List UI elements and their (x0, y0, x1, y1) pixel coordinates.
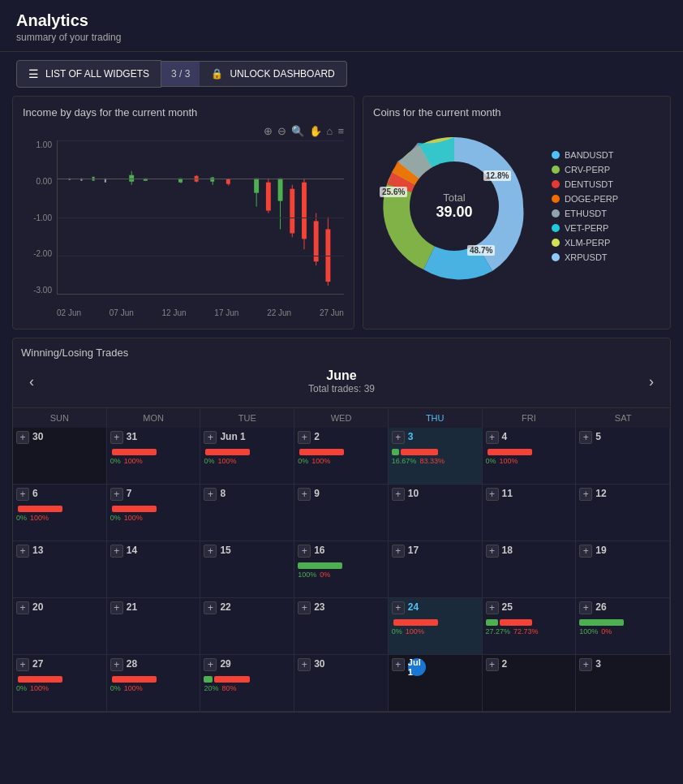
legend-dot-eth (552, 209, 560, 218)
winning-losing-title: Winning/Losing Trades (21, 347, 128, 359)
legend-xlm: XLM-PERP (552, 238, 618, 248)
add-button-2[interactable]: + (298, 431, 311, 444)
add-button-16[interactable]: + (298, 545, 311, 558)
y-axis: 1.00 0.00 -1.00 -2.00 -3.00 (23, 140, 55, 295)
add-button-31[interactable]: + (110, 431, 123, 444)
legend-dot-bandusdt (552, 151, 560, 159)
cal-cell-30: +30 (294, 655, 389, 712)
legend-label-xrp: XRPUSDT (565, 252, 608, 262)
page-title: Analytics (16, 11, 667, 30)
cal-cell-17: +17 (389, 541, 483, 598)
cal-cell-14: +14 (107, 541, 201, 598)
zoom-search-icon[interactable]: 🔍 (291, 125, 304, 137)
add-button-20[interactable]: + (16, 601, 29, 614)
add-button-8[interactable]: + (204, 488, 217, 501)
cal-cell-jul3: +3 (576, 655, 670, 712)
cal-cell-jul2: +2 (483, 655, 577, 712)
add-button-6[interactable]: + (16, 488, 29, 501)
legend-label-vet: VET-PERP (565, 223, 608, 233)
cal-cell-22: +22 (200, 598, 294, 655)
x-label-4: 17 Jun (214, 308, 238, 317)
add-button-11[interactable]: + (486, 488, 499, 501)
add-button-23[interactable]: + (298, 601, 311, 614)
cal-cell-23: +23 (294, 598, 389, 655)
calendar-section-title: Winning/Losing Trades (21, 347, 662, 364)
day-header-sat: SAT (576, 408, 670, 428)
add-button-jul3[interactable]: + (579, 658, 592, 671)
add-button-12[interactable]: + (579, 488, 592, 501)
legend-doge: DOGE-PERP (552, 194, 618, 204)
grid-line-1 (58, 140, 344, 141)
x-label-2: 07 Jun (110, 308, 134, 317)
lock-icon: 🔒 (211, 68, 223, 80)
y-label-3: -1.00 (23, 213, 55, 222)
cal-cell-6: +6 0%100% (13, 485, 107, 541)
chart-toolbar: ⊕ ⊖ 🔍 ✋ ⌂ ≡ (23, 125, 344, 137)
cal-cell-29: +29 20%80% (200, 655, 294, 712)
add-button-27[interactable]: + (16, 658, 29, 671)
add-button-10[interactable]: + (392, 488, 405, 501)
svg-rect-16 (302, 183, 307, 239)
add-button-17[interactable]: + (392, 545, 405, 558)
add-button-jul2[interactable]: + (486, 658, 499, 671)
add-button-29[interactable]: + (204, 658, 217, 671)
cal-cell-28: +28 0%100% (107, 655, 201, 712)
prev-month-button[interactable]: ‹ (21, 373, 42, 390)
cal-cell-12: +12 (576, 485, 670, 541)
calendar-month-name: June (308, 368, 375, 383)
add-button-21[interactable]: + (110, 601, 123, 614)
unlock-dashboard-button[interactable]: 🔒 UNLOCK DASHBOARD (200, 61, 346, 87)
add-button-28[interactable]: + (110, 658, 123, 671)
add-button-3[interactable]: + (392, 431, 405, 444)
add-button-25[interactable]: + (486, 601, 499, 614)
day-header-fri: FRI (483, 408, 577, 428)
add-button-14[interactable]: + (110, 545, 123, 558)
income-panel: Income by days for the current month ⊕ ⊖… (12, 96, 354, 330)
cal-cell-18: +18 (483, 541, 577, 598)
cal-cell-25: +25 27.27%72.73% (483, 598, 577, 655)
add-button-26[interactable]: + (579, 601, 592, 614)
next-month-button[interactable]: › (641, 373, 662, 390)
add-button-19[interactable]: + (579, 545, 592, 558)
day-header-mon: MON (107, 408, 201, 428)
add-button-30[interactable]: + (298, 658, 311, 671)
add-button-4[interactable]: + (486, 431, 499, 444)
zoom-in-icon[interactable]: ⊕ (264, 125, 273, 137)
menu-icon[interactable]: ≡ (337, 125, 344, 137)
home-icon[interactable]: ⌂ (327, 125, 333, 137)
svg-rect-10 (266, 183, 271, 211)
add-button-18[interactable]: + (486, 545, 499, 558)
legend-label-xlm: XLM-PERP (565, 238, 610, 248)
y-label-4: -2.00 (23, 249, 55, 258)
add-button-jul1[interactable]: + (392, 658, 405, 671)
day-headers: SUN MON TUE WED THU FRI SAT (12, 408, 671, 428)
coins-panel: Coins for the current month (363, 96, 671, 330)
add-button-9[interactable]: + (298, 488, 311, 501)
add-button-5[interactable]: + (579, 431, 592, 444)
svg-rect-14 (290, 189, 294, 234)
add-button-24[interactable]: + (392, 601, 405, 614)
add-button-jun1[interactable]: + (204, 431, 217, 444)
list-all-widgets-button[interactable]: ☰ LIST OF ALL WIDGETS (16, 60, 161, 88)
y-label-5: -3.00 (23, 286, 55, 295)
y-label-2: 0.00 (23, 177, 55, 186)
calendar-total-trades: Total trades: 39 (308, 383, 375, 394)
zero-line (58, 179, 344, 179)
cursor-icon[interactable]: ✋ (309, 125, 322, 137)
cal-cell-30-prev: +30 (13, 428, 107, 485)
zoom-out-icon[interactable]: ⊖ (277, 125, 286, 137)
chart-label-256: 25.6% (380, 187, 407, 197)
legend-xrp: XRPUSDT (552, 252, 618, 262)
add-button-15[interactable]: + (204, 545, 217, 558)
cal-cell-jun1: +Jun 1 0%100% (200, 428, 294, 485)
day-header-wed: WED (294, 408, 389, 428)
add-button-7[interactable]: + (110, 488, 123, 501)
list-icon: ☰ (28, 67, 39, 80)
add-button-30prev[interactable]: + (16, 431, 29, 444)
add-button-22[interactable]: + (204, 601, 217, 614)
day-header-sun: SUN (13, 408, 107, 428)
x-axis: 02 Jun 07 Jun 12 Jun 17 Jun 22 Jun 27 Ju… (57, 307, 344, 319)
chart-label-128: 12.8% (483, 170, 511, 181)
add-button-13[interactable]: + (16, 545, 29, 558)
toolbar: ☰ LIST OF ALL WIDGETS 3 / 3 🔒 UNLOCK DAS… (0, 52, 683, 96)
